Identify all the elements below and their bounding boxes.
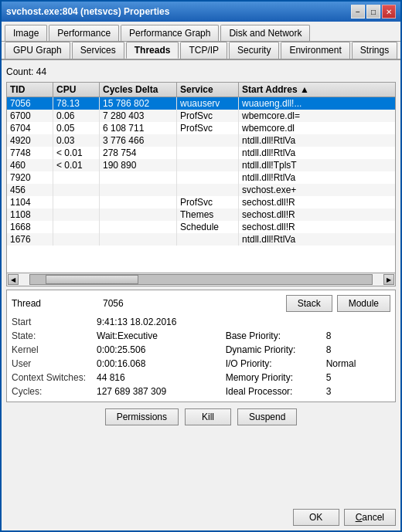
table-row[interactable]: 6700 0.06 7 280 403 ProfSvc wbemcore.dl= xyxy=(7,110,395,122)
tab-image[interactable]: Image xyxy=(5,25,47,41)
cell-service: Themes xyxy=(177,208,239,221)
tab-disk-network[interactable]: Disk and Network xyxy=(220,25,310,41)
cell-cycles: 7 280 403 xyxy=(100,110,177,122)
maximize-button[interactable]: □ xyxy=(366,5,380,19)
cell-service xyxy=(177,233,239,246)
cell-cpu: 0.06 xyxy=(53,110,100,122)
close-button[interactable]: ✕ xyxy=(382,5,396,19)
table-row[interactable]: 6704 0.05 6 108 711 ProfSvc wbemcore.dl xyxy=(7,122,395,134)
tab-performance[interactable]: Performance xyxy=(49,25,119,41)
cell-tid: 7920 xyxy=(7,171,53,184)
table-body[interactable]: 7056 78.13 15 786 802 wuauserv wuaueng.d… xyxy=(7,97,395,273)
tab-strings[interactable]: Strings xyxy=(352,42,397,59)
cell-service: ProfSvc xyxy=(177,122,239,134)
suspend-button[interactable]: Suspend xyxy=(237,408,297,425)
table-row[interactable]: 7748 < 0.01 278 754 ntdll.dll!RtlVa xyxy=(7,147,395,159)
permissions-button[interactable]: Permissions xyxy=(105,408,179,425)
scroll-left-button[interactable]: ◀ xyxy=(8,274,19,285)
count-label: Count: xyxy=(6,66,33,77)
tab-gpu-graph[interactable]: GPU Graph xyxy=(5,42,70,59)
cell-service: ProfSvc xyxy=(177,110,239,122)
io-priority-label: I/O Priority: xyxy=(226,358,326,369)
main-window: svchost.exe:804 (netsvcs) Properties − □… xyxy=(0,0,402,532)
kernel-row: Kernel 0:00:25.506 Dynamic Priority: 8 xyxy=(12,344,390,355)
table-row[interactable]: 7920 ntdll.dll!RtlVa xyxy=(7,171,395,184)
cell-tid: 1668 xyxy=(7,221,53,233)
count-value: 44 xyxy=(36,66,46,77)
table-row[interactable]: 460 < 0.01 190 890 ntdll.dll!TplsT xyxy=(7,159,395,171)
cell-cpu: 0.03 xyxy=(53,134,100,147)
cell-service xyxy=(177,159,239,171)
kernel-label: Kernel xyxy=(12,344,97,355)
tab-environment[interactable]: Environment xyxy=(281,42,349,59)
table-header: TID CPU Cycles Delta Service Start Addre… xyxy=(7,83,395,97)
cell-cpu: 0.05 xyxy=(53,122,100,134)
col-start[interactable]: Start Addres ▲ xyxy=(239,83,395,97)
col-tid[interactable]: TID xyxy=(7,83,53,97)
stack-button[interactable]: Stack xyxy=(286,295,332,312)
cycles-label: Cycles: xyxy=(12,386,97,397)
cell-cpu xyxy=(53,233,100,246)
scroll-track[interactable] xyxy=(29,274,373,285)
table-row[interactable]: 4920 0.03 3 776 466 ntdll.dll!RtlVa xyxy=(7,134,395,147)
cell-cycles: 3 776 466 xyxy=(100,134,177,147)
cell-tid: 6700 xyxy=(7,110,53,122)
user-label: User xyxy=(12,358,97,369)
threads-table: TID CPU Cycles Delta Service Start Addre… xyxy=(6,82,396,286)
cell-tid: 7748 xyxy=(7,147,53,159)
thread-label: Thread xyxy=(12,298,97,309)
table-row[interactable]: 1108 Themes sechost.dll!R xyxy=(7,208,395,221)
cell-cycles xyxy=(100,196,177,208)
cell-start: ntdll.dll!RtlVa xyxy=(239,233,395,246)
col-cycles[interactable]: Cycles Delta xyxy=(100,83,177,97)
scroll-right-button[interactable]: ▶ xyxy=(383,274,394,285)
thread-details: Thread 7056 Stack Module Start 9:41:13 1… xyxy=(6,290,396,402)
table-row[interactable]: 1668 Schedule sechost.dll!R xyxy=(7,221,395,233)
action-buttons: Permissions Kill Suspend xyxy=(6,405,396,429)
thread-action-buttons: Stack Module xyxy=(286,295,390,312)
col-cpu[interactable]: CPU xyxy=(53,83,100,97)
ok-button[interactable]: OK xyxy=(293,509,339,526)
cell-service: wuauserv xyxy=(177,97,239,110)
scroll-thumb[interactable] xyxy=(46,275,138,284)
cell-service xyxy=(177,184,239,196)
cell-tid: 1108 xyxy=(7,208,53,221)
tabs-row1: Image Performance Performance Graph Disk… xyxy=(2,22,400,42)
cell-cpu xyxy=(53,196,100,208)
table-row[interactable]: 1676 ntdll.dll!RtlVa xyxy=(7,233,395,246)
table-row[interactable]: 7056 78.13 15 786 802 wuauserv wuaueng.d… xyxy=(7,97,395,110)
cell-tid: 4920 xyxy=(7,134,53,147)
cell-cycles xyxy=(100,233,177,246)
cycles-row: Cycles: 127 689 387 309 Ideal Processor:… xyxy=(12,386,390,397)
cell-start: wbemcore.dl= xyxy=(239,110,395,122)
cell-start: svchost.exe+ xyxy=(239,184,395,196)
module-button[interactable]: Module xyxy=(337,295,390,312)
cell-service xyxy=(177,134,239,147)
start-row: Start 9:41:13 18.02.2016 xyxy=(12,317,390,327)
table-row[interactable]: 456 svchost.exe+ xyxy=(7,184,395,196)
context-switches-label: Context Switches: xyxy=(12,372,97,383)
minimize-button[interactable]: − xyxy=(351,5,365,19)
start-label: Start xyxy=(12,317,97,327)
tab-threads[interactable]: Threads xyxy=(126,42,179,59)
context-switches-row: Context Switches: 44 816 Memory Priority… xyxy=(12,372,390,383)
cell-cycles: 15 786 802 xyxy=(100,97,177,110)
tab-security[interactable]: Security xyxy=(229,42,279,59)
tab-tcpip[interactable]: TCP/IP xyxy=(180,42,227,59)
cell-cpu: < 0.01 xyxy=(53,159,100,171)
ideal-processor-value: 3 xyxy=(326,386,390,397)
horizontal-scrollbar[interactable]: ◀ ▶ xyxy=(7,273,395,286)
cell-start: ntdll.dll!TplsT xyxy=(239,159,395,171)
cell-service xyxy=(177,171,239,184)
cell-tid: 1676 xyxy=(7,233,53,246)
table-row[interactable]: 1104 ProfSvc sechost.dll!R xyxy=(7,196,395,208)
cell-cycles xyxy=(100,221,177,233)
memory-priority-label: Memory Priority: xyxy=(226,372,326,383)
col-service[interactable]: Service xyxy=(177,83,239,97)
kill-button[interactable]: Kill xyxy=(185,408,231,425)
cell-cycles: 190 890 xyxy=(100,159,177,171)
tab-performance-graph[interactable]: Performance Graph xyxy=(121,25,219,41)
cancel-rest: ancel xyxy=(362,512,384,523)
cancel-button[interactable]: Cancel xyxy=(344,509,396,526)
tab-services[interactable]: Services xyxy=(72,42,124,59)
